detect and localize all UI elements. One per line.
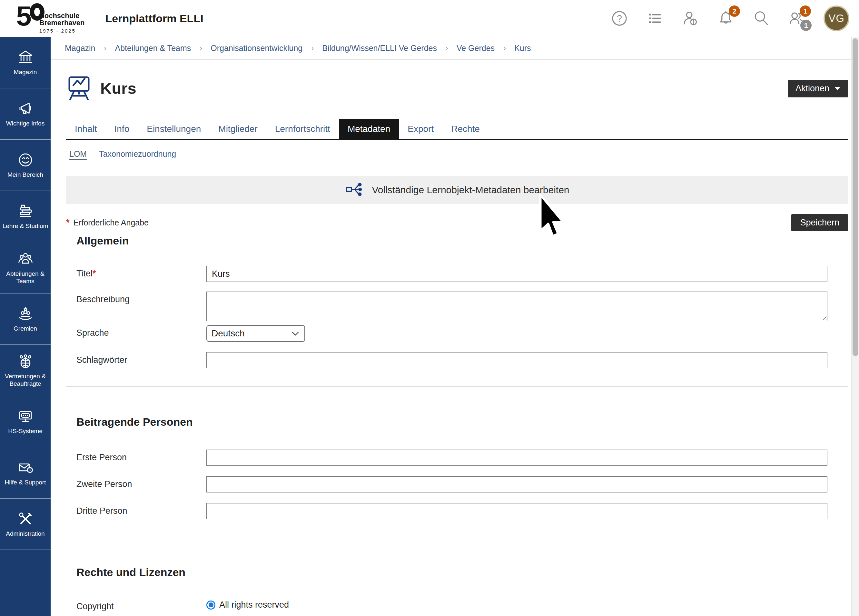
vertical-scrollbar[interactable] bbox=[851, 37, 859, 616]
schlagwoerter-input[interactable] bbox=[206, 352, 828, 368]
copyright-label: Copyright bbox=[66, 599, 206, 611]
tab-inhalt[interactable]: Inhalt bbox=[66, 119, 106, 139]
page-title: Kurs bbox=[100, 79, 136, 97]
committee-icon bbox=[17, 305, 34, 322]
breadcrumb-item[interactable]: Bildung/Wissen/ELLI Ve Gerdes bbox=[322, 44, 437, 53]
subtab-lom[interactable]: LOM bbox=[69, 149, 87, 159]
form-row-erste-person: Erste Person bbox=[66, 450, 848, 466]
erste-person-label: Erste Person bbox=[66, 450, 206, 463]
contacts-badge-top: 1 bbox=[800, 5, 811, 17]
sidebar-item-vertretungen-beauftragte[interactable]: Vertretungen & Beauftragte bbox=[0, 345, 51, 396]
sidebar-item-wichtige-infos[interactable]: Wichtige Infos bbox=[0, 88, 51, 140]
sidebar-item-hilfe-support[interactable]: ? Hilfe & Support bbox=[0, 447, 51, 499]
required-asterisk: * bbox=[92, 269, 96, 278]
breadcrumb-separator: › bbox=[104, 43, 107, 53]
breadcrumb-separator: › bbox=[503, 43, 506, 53]
sidebar-item-hs-systeme[interactable]: HS-Systeme bbox=[0, 396, 51, 447]
form-header: * Erforderliche Angabe Speichern bbox=[66, 214, 848, 231]
titel-input[interactable] bbox=[206, 266, 828, 282]
tab-einstellungen[interactable]: Einstellungen bbox=[138, 119, 209, 139]
beschreibung-label: Beschreibung bbox=[66, 292, 206, 305]
speichern-button[interactable]: Speichern bbox=[791, 214, 848, 231]
user-alert-icon bbox=[682, 10, 699, 27]
sidebar-item-lehre-studium[interactable]: Lehre & Studium bbox=[0, 191, 51, 242]
breadcrumb-item[interactable]: Organisationsentwicklung bbox=[211, 44, 303, 53]
awareness-button[interactable] bbox=[682, 10, 699, 27]
contacts-button[interactable]: 1 1 bbox=[788, 10, 806, 27]
app-title: Lernplattform ELLI bbox=[105, 12, 203, 25]
search-button[interactable] bbox=[753, 10, 770, 27]
page-content: Kurs Aktionen Inhalt Info Einstellungen … bbox=[51, 74, 851, 611]
top-header: 5 Hochschule Bremerhaven 1975 - 2025 Ler… bbox=[0, 0, 859, 37]
monitor-password-icon bbox=[17, 408, 34, 425]
subtab-taxonomiezuordnung[interactable]: Taxonomiezuordnung bbox=[99, 149, 176, 159]
form-row-dritte-person: Dritte Person bbox=[66, 503, 848, 519]
section-divider bbox=[66, 536, 848, 536]
breadcrumb-separator: › bbox=[311, 43, 314, 53]
form-row-titel: Titel* bbox=[66, 266, 848, 282]
app-window: 5 Hochschule Bremerhaven 1975 - 2025 Ler… bbox=[0, 0, 859, 616]
help-button[interactable]: ? bbox=[611, 10, 628, 27]
edit-full-metadata-banner[interactable]: Vollständige Lernobjekt-Metadaten bearbe… bbox=[66, 176, 848, 204]
section-title-rechte: Rechte und Lizenzen bbox=[77, 566, 848, 578]
erste-person-input[interactable] bbox=[206, 450, 828, 466]
copyright-radio-selected[interactable] bbox=[206, 600, 216, 610]
breadcrumb-separator: › bbox=[199, 43, 202, 53]
copyright-option-row: All rights reserved bbox=[206, 599, 828, 610]
chevron-down-icon bbox=[292, 331, 299, 336]
copyright-option-label: All rights reserved bbox=[219, 600, 289, 610]
main-menu-button[interactable] bbox=[646, 10, 664, 27]
smiley-icon bbox=[17, 152, 34, 168]
sidebar-item-administration[interactable]: Administration bbox=[0, 499, 51, 550]
mail-question-icon: ? bbox=[17, 459, 34, 476]
form-row-copyright: Copyright All rights reserved bbox=[66, 599, 848, 611]
zweite-person-input[interactable] bbox=[206, 476, 828, 492]
breadcrumb-item[interactable]: Ve Gerdes bbox=[457, 44, 495, 53]
user-avatar[interactable]: VG bbox=[823, 5, 849, 31]
list-icon bbox=[646, 10, 664, 27]
sprache-selected-value: Deutsch bbox=[211, 328, 245, 339]
breadcrumb-item[interactable]: Abteilungen & Teams bbox=[115, 44, 191, 53]
resize-grip-icon[interactable] bbox=[821, 314, 826, 320]
header-icon-bar: ? bbox=[611, 5, 849, 31]
breadcrumb-item[interactable]: Kurs bbox=[514, 44, 531, 53]
university-logo: 5 Hochschule Bremerhaven 1975 - 2025 bbox=[16, 3, 84, 34]
beschreibung-textarea[interactable] bbox=[206, 292, 828, 321]
notifications-button[interactable]: 2 bbox=[717, 10, 734, 27]
people-group-icon bbox=[17, 250, 34, 267]
sidebar-item-gremien[interactable]: Gremien bbox=[0, 294, 51, 345]
tab-lernfortschritt[interactable]: Lernfortschritt bbox=[266, 119, 339, 139]
scrollbar-thumb[interactable] bbox=[853, 38, 858, 356]
sidebar-item-mein-bereich[interactable]: Mein Bereich bbox=[0, 140, 51, 191]
svg-text:?: ? bbox=[28, 467, 31, 473]
sidebar-item-magazin[interactable]: Magazin bbox=[0, 37, 51, 88]
tab-metadaten[interactable]: Metadaten bbox=[339, 119, 399, 139]
logo-line2: Bremerhaven bbox=[39, 19, 85, 27]
notifications-badge: 2 bbox=[729, 5, 740, 17]
tab-rechte[interactable]: Rechte bbox=[442, 119, 489, 139]
zweite-person-label: Zweite Person bbox=[66, 476, 206, 489]
search-icon bbox=[753, 10, 770, 27]
help-icon: ? bbox=[611, 10, 628, 27]
form-row-zweite-person: Zweite Person bbox=[66, 476, 848, 492]
required-hint: Erforderliche Angabe bbox=[73, 218, 148, 227]
logo-line1: Hochschule bbox=[39, 12, 85, 19]
tab-export[interactable]: Export bbox=[399, 119, 442, 139]
logo-text: Hochschule Bremerhaven 1975 - 2025 bbox=[39, 12, 85, 34]
breadcrumb-item[interactable]: Magazin bbox=[65, 44, 95, 53]
sidebar-nav: Magazin Wichtige Infos Mein Bereich Le bbox=[0, 37, 51, 616]
globe-people-icon bbox=[17, 353, 34, 370]
chevron-down-icon bbox=[834, 87, 840, 90]
tab-info[interactable]: Info bbox=[106, 119, 138, 139]
contacts-badge-bottom: 1 bbox=[800, 20, 812, 31]
sidebar-item-abteilungen-teams[interactable]: Abteilungen & Teams bbox=[0, 242, 51, 294]
page-title-row: Kurs Aktionen bbox=[66, 74, 848, 103]
sprache-select[interactable]: Deutsch bbox=[206, 325, 305, 342]
titel-label: Titel* bbox=[66, 266, 206, 279]
aktionen-button[interactable]: Aktionen bbox=[788, 80, 848, 97]
dritte-person-input[interactable] bbox=[206, 503, 828, 519]
banner-label: Vollständige Lernobjekt-Metadaten bearbe… bbox=[372, 184, 569, 195]
megaphone-icon bbox=[17, 100, 34, 117]
tab-mitglieder[interactable]: Mitglieder bbox=[209, 119, 266, 139]
section-title-personen: Beitragende Personen bbox=[77, 416, 848, 428]
